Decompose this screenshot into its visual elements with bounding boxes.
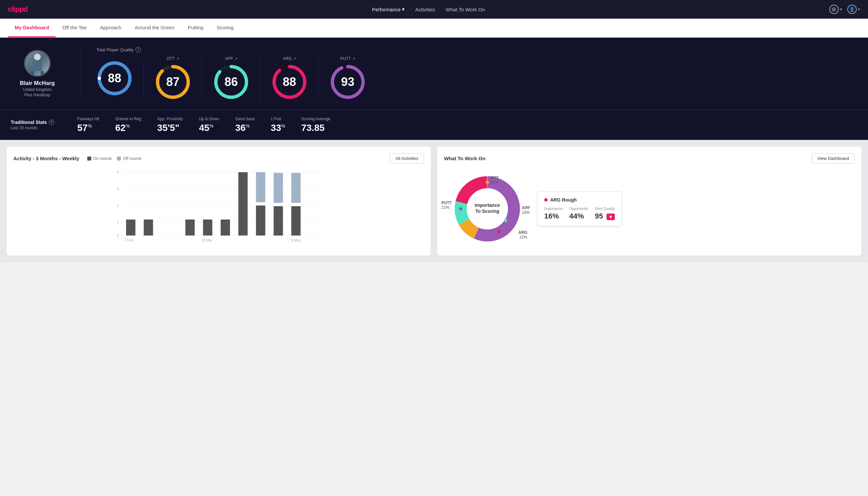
stat-1putt-value: 33% — [271, 123, 285, 133]
info-card-dot — [544, 198, 548, 202]
stat-ud-label: Up & Down — [199, 117, 219, 121]
tab-bar: My Dashboard Off the Tee Approach Around… — [0, 19, 868, 37]
chart-area: 4 3 2 1 0 — [13, 169, 424, 242]
donut-chart: Importance To Scoring — [444, 169, 531, 249]
svg-text:7 Feb: 7 Feb — [124, 238, 133, 242]
trad-help-icon[interactable]: ? — [49, 120, 54, 125]
nav-performance[interactable]: Performance ▾ — [372, 6, 405, 12]
trad-stats-label: Traditional Stats ? Last 20 rounds — [11, 120, 64, 130]
tab-off-the-tee[interactable]: Off the Tee — [56, 19, 93, 37]
svg-point-12 — [215, 81, 217, 83]
activity-panel-title: Activity - 3 Months - Weekly — [13, 156, 79, 161]
arg-label: ARG 12% — [518, 230, 527, 239]
svg-rect-31 — [186, 219, 195, 235]
info-importance-label: Importance — [544, 206, 563, 211]
stat-1putt-label: 1 Putt — [271, 117, 281, 121]
info-stat-shot-quality: Shot Quality 95 ▼ — [595, 206, 615, 220]
ring-putt-label: PUTT ↗ — [341, 56, 355, 61]
stat-1-putt: 1 Putt 33% — [271, 117, 285, 133]
info-opportunity-label: Opportunity — [569, 206, 588, 211]
info-stat-opportunity: Opportunity 44% — [569, 206, 588, 220]
work-on-panel-title: What To Work On — [444, 156, 485, 161]
legend-off-course: Off course — [117, 156, 141, 161]
add-button[interactable]: ⊕ ▾ — [830, 5, 842, 14]
stat-app-prox-label: App. Proximity — [157, 117, 183, 121]
svg-text:Importance: Importance — [475, 203, 500, 208]
stat-app-proximity: App. Proximity 35'5" — [157, 117, 183, 133]
chevron-down-icon: ▾ — [840, 7, 842, 12]
bar-chart: 4 3 2 1 0 — [13, 169, 424, 242]
chevron-down-icon: ▾ — [858, 7, 860, 12]
svg-point-51 — [486, 181, 489, 184]
help-icon[interactable]: ? — [136, 47, 141, 52]
info-stat-importance: Importance 16% — [544, 206, 563, 220]
traditional-stats: Traditional Stats ? Last 20 rounds Fairw… — [0, 110, 868, 140]
info-card-stats: Importance 16% Opportunity 44% Shot Qual… — [544, 206, 615, 220]
svg-rect-32 — [203, 219, 212, 235]
on-course-legend-label: On course — [93, 156, 112, 161]
nav-activities[interactable]: Activities — [415, 7, 435, 12]
app-arrow-icon: ↗ — [235, 57, 237, 61]
work-on-panel: What To Work On View Dashboard — [437, 146, 861, 255]
stat-fairways-hit-label: Fairways Hit — [77, 117, 99, 121]
svg-text:2: 2 — [116, 203, 119, 207]
tab-approach[interactable]: Approach — [93, 19, 128, 37]
svg-point-9 — [156, 81, 159, 83]
ring-putt: PUTT ↗ 93 — [319, 56, 377, 100]
ring-overall-circle: 88 — [96, 60, 133, 97]
svg-rect-39 — [291, 206, 301, 235]
arg-arrow-icon: ↗ — [293, 57, 296, 61]
stat-greens-value: 62% — [115, 123, 130, 133]
putt-arrow-icon: ↗ — [352, 57, 355, 61]
stat-items: Fairways Hit 57% Greens In Reg 62% App. … — [77, 117, 857, 133]
stat-scoring-avg-value: 73.85 — [301, 123, 325, 133]
player-country: United Kingdom — [23, 87, 51, 92]
donut-section: Importance To Scoring OTT 57% APP 10% — [444, 169, 855, 249]
chevron-down-icon: ▾ — [402, 6, 405, 12]
red-flag-icon: ▼ — [606, 214, 615, 220]
activity-chart-panel: Activity - 3 Months - Weekly On course O… — [7, 146, 431, 255]
trad-stats-title: Traditional Stats ? — [11, 120, 64, 125]
logo[interactable]: clippd — [8, 5, 28, 14]
svg-text:9 May: 9 May — [291, 238, 301, 242]
work-on-panel-header: What To Work On View Dashboard — [444, 153, 855, 164]
stat-greens-in-reg: Greens In Reg 62% — [115, 117, 141, 133]
app-label: APP 10% — [522, 205, 530, 215]
svg-text:3: 3 — [116, 187, 119, 191]
top-nav: clippd Performance ▾ Activities What To … — [0, 0, 868, 19]
ott-label: OTT 57% — [491, 175, 499, 185]
svg-rect-35 — [256, 205, 266, 235]
svg-point-54 — [459, 207, 462, 211]
stat-sand-value: 36% — [235, 123, 250, 133]
nav-right: ⊕ ▾ 👤 ▾ — [830, 5, 860, 14]
scores-area: Total Player Quality ? 88 — [96, 47, 857, 100]
svg-rect-2 — [31, 71, 34, 76]
svg-point-18 — [331, 81, 334, 83]
ring-arg: ARG2 ARG ↗ 88 — [261, 56, 319, 100]
tab-putting[interactable]: Putting — [181, 19, 210, 37]
stat-scoring-avg-label: Scoring Average — [301, 117, 330, 121]
all-activities-button[interactable]: All Activities — [390, 153, 424, 164]
ring-overall: 88 — [96, 60, 144, 97]
profile-button[interactable]: 👤 ▾ — [847, 5, 860, 14]
ring-arg-value: 88 — [283, 75, 296, 89]
putt-label: PUTT 21% — [441, 201, 452, 210]
nav-what-to-work-on[interactable]: What To Work On — [446, 7, 485, 12]
stat-ud-value: 45% — [199, 123, 214, 133]
svg-point-52 — [504, 219, 507, 222]
info-card: ARG Rough Importance 16% Opportunity 44%… — [537, 191, 622, 226]
svg-point-0 — [34, 53, 41, 60]
tab-my-dashboard[interactable]: My Dashboard — [8, 19, 56, 37]
tab-scoring[interactable]: Scoring — [210, 19, 240, 37]
info-opportunity-value: 44% — [569, 212, 584, 220]
player-info: Blair McHarg United Kingdom Plus Handica… — [11, 50, 64, 97]
info-importance-value: 16% — [544, 212, 559, 220]
on-course-legend-dot — [87, 157, 91, 160]
ring-app: APP ↗ 86 — [202, 56, 261, 100]
tab-around-the-green[interactable]: Around the Green — [128, 19, 181, 37]
stat-up-and-down: Up & Down 45% — [199, 117, 219, 133]
ring-ott-value: 87 — [166, 75, 179, 89]
stat-greens-label: Greens In Reg — [115, 117, 141, 121]
view-dashboard-button[interactable]: View Dashboard — [812, 153, 855, 164]
stat-sand-save: Sand Save 36% — [235, 117, 255, 133]
